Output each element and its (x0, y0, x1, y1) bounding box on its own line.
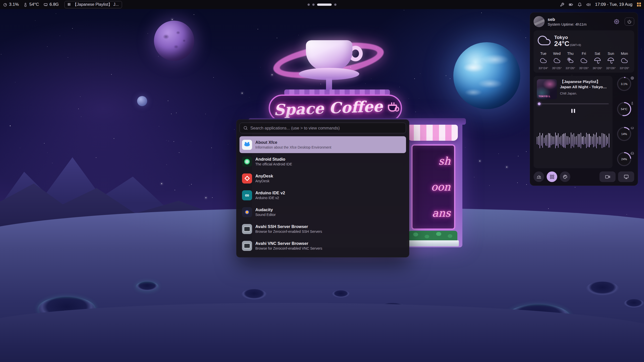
system-gauge-cpu: 3.1% (617, 77, 633, 92)
bell-icon (578, 3, 582, 7)
app-launcher: About XfceInformation about the Xfce Des… (236, 119, 409, 257)
cloud-icon (554, 57, 560, 65)
forecast-temps: 33°/26° (566, 67, 575, 70)
result-description: AnyDesk (255, 179, 273, 183)
workspace-dot[interactable] (334, 4, 337, 6)
neon-sign: Space Coffee (269, 95, 402, 122)
search-input[interactable] (250, 126, 402, 130)
workspace-indicators (308, 0, 337, 9)
result-name: Audacity (255, 207, 276, 212)
workspace-dot[interactable] (308, 4, 310, 6)
weather-widget: Tokyo 24°C(GMT+9) Tue33°/24°Wed35°/25°Th… (534, 30, 634, 73)
suncloud-icon (567, 57, 574, 65)
battery-icon (569, 3, 573, 7)
app-grid-icon (637, 3, 641, 7)
gauges-column: 3.1%54°C14%24% (616, 76, 634, 168)
search-icon (243, 126, 248, 130)
progress-knob[interactable] (538, 103, 541, 105)
app-grid-button[interactable] (637, 3, 641, 7)
notifications-button[interactable] (578, 3, 582, 7)
launcher-result-row[interactable]: AudacitySound Editor (239, 204, 406, 220)
video-camera-icon (605, 174, 610, 179)
avatar (534, 16, 545, 27)
gauge-value: 3.1% (621, 82, 627, 85)
cloud-icon (538, 34, 551, 48)
pause-icon (68, 2, 71, 7)
crater (332, 290, 350, 298)
topbar-music-label: 【Japanese Playlist】 J... (73, 2, 119, 7)
crater (242, 289, 267, 300)
theme-button[interactable] (560, 171, 570, 182)
top-bar: 3.1% 54°C 6.8G 【Japanese Playlist】 J... … (0, 0, 644, 9)
battery-button[interactable] (569, 3, 573, 7)
weather-timezone: (GMT+9) (570, 44, 581, 47)
album-art: TOKYO L (537, 79, 557, 99)
thermometer-icon (631, 101, 634, 106)
apps-button[interactable] (547, 171, 557, 182)
cpu-temp-value: 54°C (29, 2, 39, 7)
weather-forecast: Tue33°/24°Wed35°/25°Thu33°/26°Fri35°/26°… (537, 52, 631, 70)
launcher-result-row[interactable]: AnyDeskAnyDesk (239, 170, 406, 187)
user-card: seb System Uptime: 4h11m (534, 16, 634, 27)
power-icon (627, 20, 631, 24)
android-app-icon (242, 157, 252, 167)
cpu-usage-indicator[interactable]: 3.1% (3, 2, 19, 7)
launcher-result-row[interactable]: Android StudioThe official Android IDE (239, 153, 406, 170)
play-pause-button[interactable] (570, 108, 576, 114)
memory-icon (44, 3, 48, 7)
result-description: Browse for Zeroconf-enabled SSH Servers (255, 229, 322, 234)
power-button[interactable] (625, 18, 634, 26)
forecast-temps: 35°/26° (579, 67, 589, 70)
rain-icon (594, 57, 601, 65)
forecast-day: Tue33°/24° (537, 52, 550, 70)
screenshot-button[interactable] (618, 171, 634, 182)
result-name: AnyDesk (255, 173, 273, 179)
rain-icon (608, 57, 614, 65)
record-button[interactable] (599, 171, 616, 182)
volume-button[interactable] (586, 3, 591, 7)
system-gauge-disk: 24% (617, 152, 633, 167)
cpu-temp-indicator[interactable]: 54°C (23, 2, 39, 7)
result-name: Avahi SSH Server Browser (255, 224, 322, 229)
cpu-usage-value: 3.1% (9, 2, 19, 7)
launcher-result-row[interactable]: ∞Arduino IDE v2Arduino IDE v2 (239, 187, 406, 204)
cpu-icon (631, 76, 634, 81)
anydesk-app-icon (242, 173, 252, 184)
weather-temp: 24°C (554, 40, 569, 47)
dashboard-button[interactable] (534, 171, 544, 182)
forecast-temps: 35°/25° (552, 67, 562, 70)
topbar-music-widget[interactable]: 【Japanese Playlist】 J... (64, 1, 122, 8)
workspace-dot-active[interactable] (317, 4, 332, 6)
result-description: Information about the Xfce Desktop Envir… (255, 145, 331, 150)
launcher-search[interactable] (239, 123, 406, 133)
launcher-result-row[interactable]: About XfceInformation about the Xfce Des… (239, 136, 406, 153)
forecast-day-label: Mon (621, 52, 628, 56)
forecast-day: Sat36°/26° (591, 52, 604, 70)
cloud-icon (540, 57, 547, 65)
launcher-result-row[interactable]: Avahi SSH Server BrowserBrowse for Zeroc… (239, 220, 406, 237)
memory-value: 6.8G (50, 2, 59, 7)
clock[interactable]: 17:09 - Tue, 19 Aug (595, 2, 632, 7)
coffee-saucer (299, 68, 359, 80)
audio-visualizer (537, 116, 609, 165)
progress-bar[interactable] (537, 103, 609, 104)
forecast-day-label: Sat (595, 52, 600, 56)
workspace-dot[interactable] (312, 4, 315, 6)
crater (136, 282, 158, 291)
panel-actions (534, 171, 634, 182)
settings-button[interactable] (614, 19, 619, 24)
username: seb (548, 17, 611, 22)
launcher-result-row[interactable]: Avahi VNC Server BrowserBrowse for Zeroc… (239, 237, 406, 254)
palette-icon (563, 174, 568, 179)
thermometer-icon (23, 3, 28, 7)
forecast-temps: 33°/24° (539, 67, 548, 70)
monitor-icon (624, 174, 629, 179)
result-description: Sound Editor (255, 212, 276, 217)
memory-indicator[interactable]: 6.8G (44, 2, 59, 7)
volume-icon (586, 3, 591, 7)
tools-button[interactable] (560, 3, 564, 7)
wrench-icon (560, 3, 564, 7)
forecast-day: Wed35°/25° (550, 52, 564, 70)
neon-cup-icon (388, 105, 397, 112)
result-name: Arduino IDE v2 (255, 190, 285, 196)
